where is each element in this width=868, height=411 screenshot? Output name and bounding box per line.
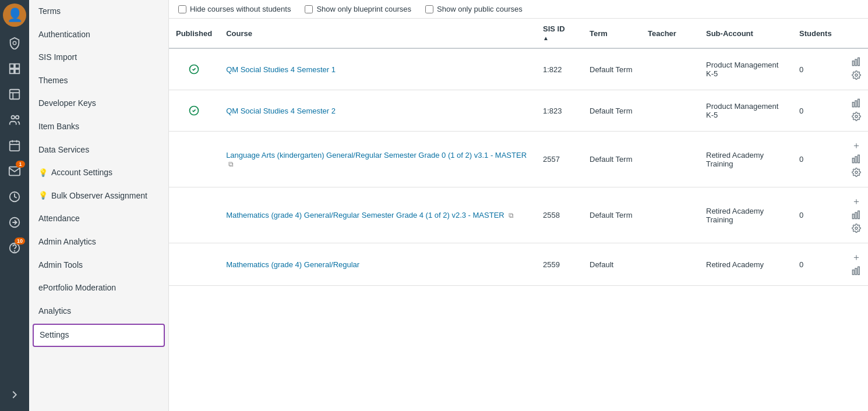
course-link[interactable]: Language Arts (kindergarten) General/Reg… (226, 151, 527, 160)
students-cell: 0 (792, 90, 839, 132)
course-link[interactable]: Mathematics (grade 4) General/Regular (226, 260, 359, 269)
table-row: QM Social Studies 4 Semester 2 1:823 Def… (169, 90, 868, 132)
analytics-icon[interactable] (852, 154, 861, 165)
col-header-published[interactable]: Published (169, 19, 219, 48)
actions-cell (839, 90, 868, 132)
analytics-icon[interactable] (852, 266, 861, 277)
published-cell (169, 132, 219, 187)
user-avatar[interactable]: 👤 (3, 3, 26, 27)
main-content: Hide courses without students Show only … (169, 0, 868, 411)
svg-rect-10 (10, 141, 20, 151)
svg-rect-25 (855, 101, 857, 107)
sidebar-label-admin-tools: Admin Tools (38, 260, 83, 271)
col-header-teacher[interactable]: Teacher (641, 19, 699, 48)
sidebar-item-item-banks[interactable]: Item Banks (29, 115, 168, 139)
analytics-icon[interactable] (852, 57, 861, 68)
analytics-icon[interactable] (852, 210, 861, 221)
sidebar-item-developer-keys[interactable]: Developer Keys (29, 92, 168, 115)
commons-icon[interactable] (3, 211, 26, 234)
courses-table: Published Course SIS ID ▲ Term Teacher S… (169, 19, 868, 286)
col-header-subaccount[interactable]: Sub-Account (699, 19, 792, 48)
add-icon[interactable]: ＋ (852, 140, 861, 152)
settings-gear-icon[interactable] (852, 168, 861, 179)
svg-rect-38 (858, 267, 860, 274)
col-header-term[interactable]: Term (583, 19, 641, 48)
inbox-icon[interactable]: 1 (3, 160, 26, 183)
svg-point-9 (16, 116, 19, 119)
published-cell (169, 187, 219, 243)
sidebar-label-eportfolio: ePortfolio Moderation (38, 282, 116, 294)
courses-icon[interactable] (3, 83, 26, 106)
settings-gear-icon[interactable] (852, 112, 861, 123)
public-courses-label: Show only public courses (437, 5, 523, 13)
svg-rect-19 (852, 61, 854, 66)
copy-icon[interactable]: ⧉ (228, 160, 234, 168)
sidebar-item-terms[interactable]: Terms (29, 0, 168, 23)
add-icon[interactable]: ＋ (852, 196, 861, 208)
sidebar-item-authentication[interactable]: Authentication (29, 23, 168, 47)
table-row: Mathematics (grade 4) General/Regular Se… (169, 187, 868, 243)
teacher-cell (641, 132, 699, 187)
col-header-students[interactable]: Students (792, 19, 839, 48)
sidebar-item-sis-import[interactable]: SIS Import (29, 46, 168, 69)
copy-icon[interactable]: ⧉ (509, 211, 514, 219)
svg-rect-21 (858, 58, 860, 65)
teacher-cell (641, 187, 699, 243)
table-header-row: Published Course SIS ID ▲ Term Teacher S… (169, 19, 868, 48)
col-header-course[interactable]: Course (219, 19, 536, 48)
svg-rect-28 (852, 158, 854, 163)
svg-point-27 (855, 115, 858, 118)
subaccount-cell: Retired Academy Training (699, 132, 792, 187)
course-link[interactable]: QM Social Studies 4 Semester 1 (226, 65, 336, 74)
sidebar-label-analytics: Analytics (38, 306, 71, 317)
svg-point-8 (12, 116, 15, 119)
settings-gear-icon[interactable] (852, 70, 861, 82)
sidebar: Terms Authentication SIS Import Themes D… (29, 0, 169, 411)
published-cell (169, 48, 219, 90)
sidebar-label-terms: Terms (38, 6, 61, 17)
hide-courses-label: Hide courses without students (190, 5, 291, 13)
col-header-sis-id[interactable]: SIS ID ▲ (536, 19, 583, 48)
course-name-cell: Mathematics (grade 4) General/Regular Se… (219, 187, 536, 243)
sidebar-item-admin-analytics[interactable]: Admin Analytics (29, 231, 168, 254)
actions-cell: ＋ (839, 132, 868, 187)
sidebar-item-data-services[interactable]: Data Services (29, 139, 168, 162)
dashboard-icon[interactable] (3, 57, 26, 80)
sidebar-item-settings[interactable]: Settings (33, 324, 165, 347)
course-name-cell: QM Social Studies 4 Semester 1 (219, 48, 536, 90)
blueprint-courses-checkbox[interactable] (305, 5, 313, 13)
sidebar-label-themes: Themes (38, 75, 68, 87)
sidebar-item-admin-tools[interactable]: Admin Tools (29, 254, 168, 277)
sidebar-item-account-settings[interactable]: 💡 Account Settings (29, 161, 168, 185)
subaccount-cell: Product Management K-5 (699, 90, 792, 132)
settings-gear-icon[interactable] (852, 224, 861, 235)
sidebar-label-item-banks: Item Banks (38, 121, 79, 133)
course-link[interactable]: QM Social Studies 4 Semester 2 (226, 107, 336, 115)
sidebar-item-attendance[interactable]: Attendance (29, 207, 168, 231)
course-name-cell: Language Arts (kindergarten) General/Reg… (219, 132, 536, 187)
people-icon[interactable] (3, 108, 26, 132)
teacher-cell (641, 48, 699, 90)
collapse-icon[interactable] (3, 383, 26, 406)
sidebar-label-sis-import: SIS Import (38, 52, 77, 63)
svg-rect-5 (10, 90, 20, 100)
sidebar-item-analytics[interactable]: Analytics (29, 300, 168, 323)
filter-bar: Hide courses without students Show only … (169, 0, 868, 19)
filter-public-courses: Show only public courses (425, 5, 523, 13)
sidebar-label-developer-keys: Developer Keys (38, 98, 96, 109)
public-courses-checkbox[interactable] (425, 5, 433, 13)
sidebar-item-bulk-observer[interactable]: 💡 Bulk Observer Assignment (29, 185, 168, 208)
calendar-icon[interactable] (3, 134, 26, 157)
sidebar-item-eportfolio[interactable]: ePortfolio Moderation (29, 277, 168, 300)
clock-icon[interactable] (3, 185, 26, 208)
help-icon[interactable]: 10 (3, 236, 26, 260)
sidebar-item-themes[interactable]: Themes (29, 69, 168, 93)
hide-courses-checkbox[interactable] (178, 5, 186, 13)
course-link[interactable]: Mathematics (grade 4) General/Regular Se… (226, 211, 504, 219)
students-cell: 0 (792, 243, 839, 286)
table-row: Mathematics (grade 4) General/Regular 25… (169, 243, 868, 286)
analytics-icon[interactable] (852, 98, 861, 109)
shield-icon[interactable] (3, 31, 26, 55)
add-icon[interactable]: ＋ (852, 251, 861, 264)
table-row: Language Arts (kindergarten) General/Reg… (169, 132, 868, 187)
